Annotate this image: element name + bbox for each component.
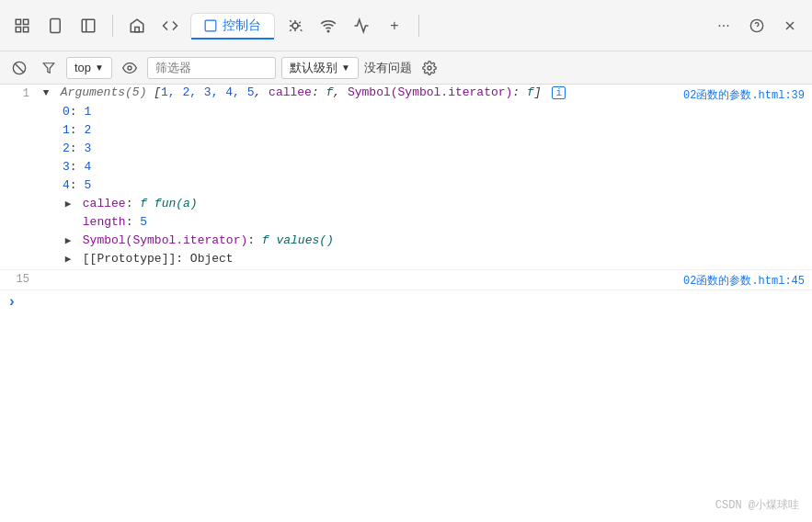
prop-4: 4: 5 (63, 176, 334, 195)
level-dropdown-arrow: ▼ (341, 62, 350, 73)
console-prompt-icon: › (7, 294, 17, 311)
dropdown-arrow-icon: ▼ (95, 62, 104, 73)
watermark: CSDN @小煤球哇 (715, 497, 799, 513)
close-icon[interactable] (777, 13, 803, 39)
svg-point-20 (428, 66, 431, 70)
svg-line-17 (15, 63, 23, 72)
prop-2: 2: 3 (63, 140, 334, 158)
prop-1: 1: 2 (63, 121, 334, 140)
svg-rect-0 (16, 19, 20, 24)
clear-console-button[interactable] (7, 56, 31, 80)
filter-toggle-button[interactable] (37, 56, 61, 80)
inspect-icon[interactable] (9, 13, 35, 39)
add-tab-icon[interactable]: + (382, 13, 407, 39)
tab-console[interactable]: 控制台 (190, 13, 275, 38)
console-entry-15: 15 02函数的参数.html:45 (0, 270, 812, 290)
sidebar-icon[interactable] (75, 13, 101, 39)
arguments-properties: 0: 1 1: 2 2: 3 3: 4 (40, 103, 334, 268)
file-link-15[interactable]: 02函数的参数.html:45 (683, 271, 805, 289)
arguments-header: Arguments(5) [1, 2, 3, 4, 5, callee: f, … (61, 85, 549, 99)
performance-icon[interactable] (349, 13, 374, 39)
svg-point-19 (128, 66, 132, 70)
home-icon[interactable] (124, 13, 150, 39)
bug-icon[interactable] (282, 13, 308, 39)
svg-rect-8 (135, 27, 140, 31)
expand-callee[interactable]: ▶ (63, 195, 74, 213)
prop-callee: ▶ callee: f fun(a) (63, 195, 334, 213)
prop-length: length: 5 (63, 213, 334, 232)
svg-rect-6 (82, 19, 95, 32)
console-prompt-line[interactable]: › (0, 290, 812, 314)
settings-button[interactable] (417, 56, 441, 80)
no-issues-label: 没有问题 (364, 60, 412, 76)
svg-rect-9 (205, 20, 216, 31)
prop-prototype: ▶ [[Prototype]]: Object (63, 250, 334, 268)
browser-toolbar: 控制台 + ··· (0, 0, 812, 51)
code-icon[interactable] (157, 13, 183, 39)
info-badge[interactable]: i (552, 86, 566, 99)
eye-icon-button[interactable] (118, 56, 142, 80)
context-selector[interactable]: top ▼ (66, 57, 112, 79)
more-icon[interactable]: ··· (711, 13, 737, 39)
help-icon[interactable] (744, 13, 770, 39)
console-entry-1: 1 ▼ Arguments(5) [1, 2, 3, 4, 5, callee:… (0, 85, 812, 270)
wifi-icon[interactable] (315, 13, 341, 39)
entry-1-content: ▼ Arguments(5) [1, 2, 3, 4, 5, callee: f… (40, 85, 805, 268)
svg-rect-2 (16, 27, 20, 31)
log-level-selector[interactable]: 默认级别 ▼ (281, 57, 359, 79)
line-number-1: 1 (7, 85, 40, 100)
divider-1 (112, 15, 113, 37)
console-tab-label: 控制台 (223, 17, 261, 34)
svg-point-11 (327, 30, 329, 32)
svg-rect-3 (24, 27, 29, 31)
prop-0: 0: 1 (63, 103, 334, 121)
svg-rect-4 (51, 18, 61, 32)
expand-prototype[interactable]: ▶ (63, 250, 74, 268)
console-output: 1 ▼ Arguments(5) [1, 2, 3, 4, 5, callee:… (0, 85, 812, 522)
file-link-1[interactable]: 02函数的参数.html:39 (683, 85, 805, 103)
expand-arrow-arguments[interactable]: ▼ (40, 87, 51, 98)
console-toolbar: top ▼ 默认级别 ▼ 没有问题 (0, 51, 812, 85)
svg-marker-18 (43, 62, 54, 73)
line-number-15: 15 (7, 271, 40, 286)
prop-3: 3: 4 (63, 158, 334, 176)
filter-input[interactable] (147, 57, 276, 79)
svg-rect-1 (24, 19, 29, 24)
prop-symbol-iterator: ▶ Symbol(Symbol.iterator): f values() (63, 232, 334, 250)
divider-2 (418, 15, 419, 37)
expand-symbol[interactable]: ▶ (63, 232, 74, 250)
device-icon[interactable] (42, 13, 68, 39)
svg-point-10 (292, 23, 298, 28)
top-label: top (74, 61, 91, 74)
default-level-label: 默认级别 (290, 60, 337, 76)
